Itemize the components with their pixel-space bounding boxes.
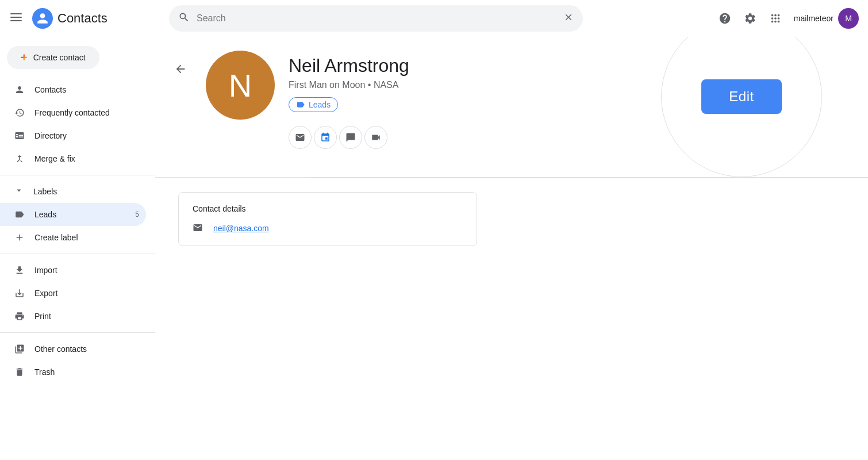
user-account[interactable]: mailmeteor M — [789, 6, 863, 31]
email-detail-icon — [193, 223, 204, 234]
back-button[interactable] — [169, 57, 192, 80]
merge-fix-label: Merge & fix — [34, 154, 139, 163]
sidebar-item-print[interactable]: Print — [0, 305, 146, 328]
edit-circle: Edit — [661, 37, 822, 177]
send-email-button[interactable] — [289, 126, 312, 149]
contacts-label: Contacts — [34, 85, 139, 94]
history-icon — [14, 107, 25, 118]
trash-icon — [14, 366, 25, 378]
collapse-icon — [14, 185, 24, 198]
contact-header: N Neil Armstrong First Man on Moon • NAS… — [155, 37, 868, 178]
sidebar-divider-1 — [0, 175, 155, 175]
svg-rect-2 — [10, 20, 22, 21]
create-contact-label: Create contact — [33, 53, 86, 62]
contact-label-chip[interactable]: Leads — [289, 97, 338, 112]
contact-details-section: Contact details neil@nasa.com — [155, 178, 868, 260]
search-bar[interactable] — [169, 5, 583, 32]
email-detail-row: neil@nasa.com — [193, 223, 463, 234]
leads-count: 5 — [135, 210, 139, 218]
create-contact-button[interactable]: + Create contact — [7, 46, 99, 69]
create-plus-icon: + — [21, 51, 28, 64]
contact-subtitle: First Man on Moon • NASA — [289, 80, 661, 90]
export-label: Export — [34, 289, 139, 298]
sidebar-item-other-contacts[interactable]: Other contacts — [0, 338, 146, 361]
other-contacts-label: Other contacts — [34, 344, 139, 354]
details-title: Contact details — [193, 204, 463, 213]
user-avatar: M — [838, 8, 859, 29]
svg-rect-0 — [10, 13, 22, 14]
menu-icon — [10, 12, 22, 26]
label-icon — [14, 209, 25, 220]
leads-label: Leads — [34, 210, 126, 219]
app-title: Contacts — [57, 11, 107, 26]
contact-info: Neil Armstrong First Man on Moon • NASA … — [289, 51, 661, 154]
sidebar-divider-3 — [0, 332, 155, 333]
settings-button[interactable] — [739, 7, 762, 30]
sidebar: + Create contact Contacts Frequently con… — [0, 37, 155, 460]
sidebar-item-trash[interactable]: Trash — [0, 361, 146, 384]
content-area: N Neil Armstrong First Man on Moon • NAS… — [155, 37, 868, 460]
directory-label: Directory — [34, 131, 139, 140]
import-icon — [14, 264, 25, 276]
import-label: Import — [34, 266, 139, 275]
calendar-button[interactable] — [314, 126, 337, 149]
video-call-button[interactable] — [364, 126, 387, 149]
frequently-contacted-label: Frequently contacted — [34, 108, 139, 117]
trash-label: Trash — [34, 367, 139, 377]
person-icon — [14, 84, 25, 95]
logo-icon — [32, 8, 53, 29]
directory-icon — [14, 130, 25, 141]
labels-header[interactable]: Labels — [0, 180, 155, 203]
sidebar-item-frequently-contacted[interactable]: Frequently contacted — [0, 101, 146, 124]
labels-title: Labels — [33, 187, 57, 196]
print-icon — [14, 310, 25, 322]
sidebar-item-contacts[interactable]: Contacts — [0, 78, 146, 101]
sidebar-item-export[interactable]: Export — [0, 282, 146, 305]
menu-button[interactable] — [5, 7, 28, 30]
sidebar-item-import[interactable]: Import — [0, 259, 146, 282]
sidebar-item-merge-fix[interactable]: Merge & fix — [0, 147, 146, 170]
merge-icon — [14, 153, 25, 164]
action-icons — [289, 121, 661, 154]
export-icon — [14, 288, 25, 299]
sidebar-item-leads[interactable]: Leads 5 — [0, 203, 146, 226]
create-label-label: Create label — [34, 233, 139, 242]
edit-button[interactable]: Edit — [701, 79, 781, 114]
sidebar-divider-2 — [0, 254, 155, 254]
print-label: Print — [34, 312, 139, 321]
user-name-label: mailmeteor — [794, 14, 834, 23]
avatar-letter: N — [229, 67, 252, 104]
search-clear-icon[interactable] — [563, 12, 574, 25]
help-button[interactable] — [713, 7, 736, 30]
label-chip-text: Leads — [309, 100, 331, 109]
app-logo: Contacts — [32, 8, 107, 29]
sidebar-item-directory[interactable]: Directory — [0, 124, 146, 147]
google-apps-button[interactable] — [764, 7, 787, 30]
search-icon — [178, 12, 190, 26]
contact-email[interactable]: neil@nasa.com — [213, 224, 269, 233]
contact-avatar: N — [206, 51, 275, 120]
search-input[interactable] — [197, 13, 563, 24]
other-contacts-icon — [14, 343, 25, 355]
contact-name: Neil Armstrong — [289, 55, 661, 76]
svg-rect-1 — [10, 17, 22, 18]
create-label-button[interactable]: Create label — [0, 226, 146, 249]
chat-button[interactable] — [339, 126, 362, 149]
add-label-icon — [14, 232, 25, 243]
contact-details-card: Contact details neil@nasa.com — [178, 192, 477, 246]
